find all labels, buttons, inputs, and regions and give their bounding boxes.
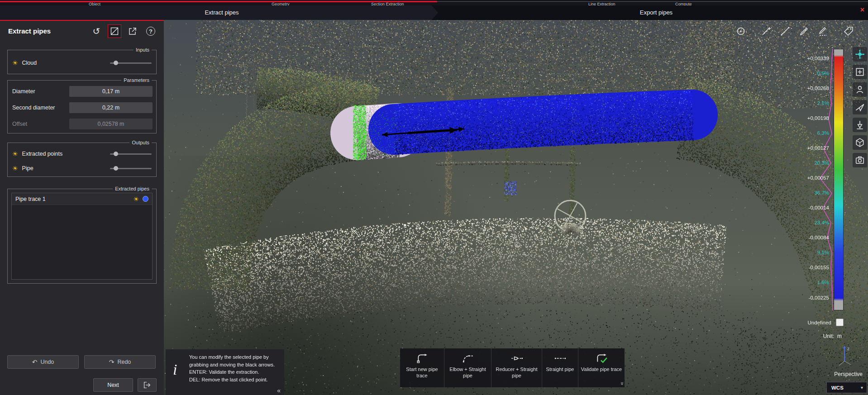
viewport-toolbar [734,24,855,38]
reducer-straight-pipe-button[interactable]: Reducer + Straight pipe [491,348,542,387]
info-box: i You can modify the selected pipe by gr… [166,349,284,395]
label-tag-icon[interactable] [842,24,855,38]
extracted-pipes-group: Extracted pipes Pipe trace 1 ☀ [7,189,157,284]
button-label: Elbow + Straight pipe [444,366,491,379]
undo-button[interactable]: ↶ Undo [7,355,79,369]
colorbar-value: +0,00057 [807,176,829,181]
info-text: You can modify the selected pipe by grab… [189,353,281,383]
axis-gizmo[interactable]: z [833,343,856,367]
next-button[interactable]: Next [93,378,133,392]
deviation-colorbar[interactable] [834,49,844,310]
stage-tab-geometry[interactable]: Geometry [272,2,290,5]
annotate-measure-icon[interactable] [797,24,811,38]
start-new-pipe-trace-button[interactable]: Start new pipe trace [400,348,444,387]
export-selection-icon[interactable] [126,24,139,38]
diameter-label: Diameter [12,86,35,97]
elbow-pipe-icon [462,353,474,364]
interest-point-icon[interactable] [734,24,748,38]
colorbar-labels: +0,00339 0,5% +0,00268 2,1% +0,00198 6,3… [796,56,829,300]
cloud-opacity-slider[interactable] [110,62,152,64]
close-icon[interactable]: × [860,6,864,14]
button-label: Straight pipe [544,366,576,373]
visibility-sun-icon[interactable]: ☀ [133,196,139,202]
undefined-label: Undefined [808,320,831,325]
measure-distance-icon[interactable] [778,24,792,38]
pipe-mode-toolbar: Start new pipe trace Elbow + Straight pi… [400,348,625,387]
colorbar-value: +0,00198 [807,116,829,121]
panel-header: Extract pipes ↺ [0,21,164,42]
redo-label: Redo [117,359,131,365]
exit-button[interactable] [138,378,157,392]
fly-through-icon[interactable] [853,100,867,114]
zoom-on-box-icon[interactable] [853,65,867,79]
stage-tab-compute[interactable]: Compute [675,2,692,5]
colorbar-percent: 20,3% [814,161,829,166]
colorbar-percent: 6,3% [817,131,829,136]
undo-icon: ↶ [32,358,38,366]
cube-view-icon[interactable] [853,135,867,150]
redo-button[interactable]: ↷ Redo [84,355,156,369]
viewport-3d-scene[interactable] [164,20,868,395]
elbow-straight-pipe-button[interactable]: Elbow + Straight pipe [444,348,491,387]
projection-label[interactable]: Perspective [834,371,863,377]
panel-toolbar: ↺ ? [90,24,157,38]
visibility-sun-icon[interactable]: ☀ [12,151,18,157]
button-label: Start new pipe trace [400,366,444,379]
stage-tab-section-extraction[interactable]: Section Extraction [371,2,404,5]
extracted-points-slider[interactable] [110,153,152,155]
colorbar-percent: 2,1% [817,101,829,106]
extract-pipes-panel: Extract pipes ↺ [0,20,164,395]
list-item-pipe-trace[interactable]: Pipe trace 1 ☀ [12,193,152,205]
diameter-field[interactable]: 0,17 m [69,86,153,97]
collapse-icon[interactable]: « [277,387,281,394]
colorbar-value: +0,00339 [807,56,829,62]
selection-tool-icon[interactable] [108,24,121,38]
slider-handle[interactable] [114,61,118,65]
offset-label: Offset [12,119,27,129]
second-diameter-label: Second diameter [12,102,55,113]
visibility-sun-icon[interactable]: ☀ [12,60,18,66]
workflow-stage-strip: Object Geometry Section Extraction Line … [0,0,868,5]
button-label: Reducer + Straight pipe [491,366,542,379]
capture-image-icon[interactable] [853,153,867,167]
step-extract-pipes[interactable]: Extract pipes [181,5,262,20]
help-icon[interactable]: ? [144,24,157,38]
coordinate-system-label: WCS [827,385,861,390]
history-icon[interactable]: ↺ [90,24,103,38]
inputs-group: Inputs ☀ Cloud [7,50,157,74]
straight-pipe-button[interactable]: Straight pipe [542,348,578,387]
observer-view-icon[interactable] [853,82,867,97]
annotate-measure-alt-icon[interactable] [816,24,830,38]
workflow-step-bar: Extract pipes Export pipes [0,5,868,20]
info-icon: i [173,361,177,378]
redo-icon: ↷ [109,358,114,366]
outputs-group: Outputs ☀ Extracted points ☀ Pipe [7,143,157,177]
validate-pipe-trace-button[interactable]: Validate pipe trace [578,348,625,387]
workflow-remaining-line [437,1,868,2]
slider-handle[interactable] [114,152,118,156]
button-label: Validate pipe trace [579,366,624,373]
plumb-level-icon[interactable] [853,118,867,132]
offset-field: 0,02578 m [69,119,153,129]
pipe-opacity-slider[interactable] [110,168,152,169]
undefined-checkbox[interactable] [836,319,844,326]
export-arrow-icon [128,26,138,36]
colorbar-value: -0,00225 [809,295,829,301]
stage-tab-object[interactable]: Object [89,2,100,5]
visibility-sun-icon[interactable]: ☀ [12,165,18,171]
stage-tab-line-extraction[interactable]: Line Extraction [588,2,615,5]
panel-title: Extract pipes [8,27,51,35]
pan-view-icon[interactable] [853,47,867,62]
step-export-pipes[interactable]: Export pipes [615,5,697,20]
step-arrow-separator [432,5,438,20]
slider-handle[interactable] [114,166,118,171]
expand-toolbar-icon[interactable]: » [619,382,626,385]
colorbar-value: -0,00084 [809,235,829,241]
pipe-color-swatch[interactable] [143,196,148,202]
chevron-down-icon: ▾ [861,385,867,390]
coordinate-system-dropdown[interactable]: WCS ▾ [826,382,867,393]
second-diameter-field[interactable]: 0,22 m [69,102,153,113]
measure-point-icon[interactable] [759,24,773,38]
viewport-3d[interactable] [164,20,868,395]
pipe-trace-label: Pipe trace 1 [15,196,129,202]
